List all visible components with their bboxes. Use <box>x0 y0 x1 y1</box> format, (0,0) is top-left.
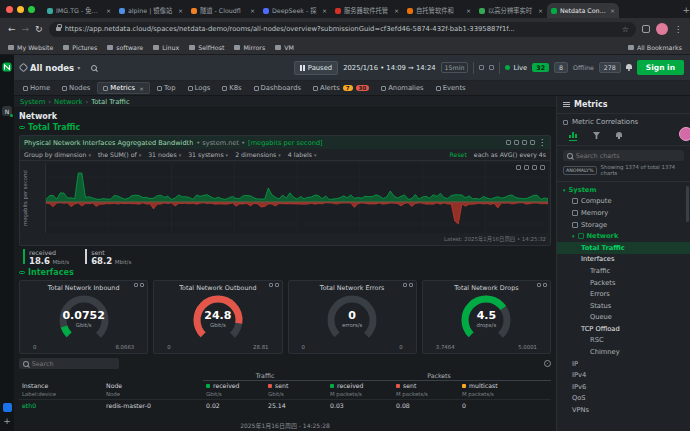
chart-plot[interactable] <box>45 163 548 233</box>
download-icon[interactable] <box>522 140 527 145</box>
offline-nodes-count[interactable]: 278 <box>599 62 621 73</box>
table-cell[interactable]: 0.02 <box>203 400 265 410</box>
zoom-in-icon[interactable] <box>532 165 537 170</box>
extensions-icon[interactable] <box>642 25 650 33</box>
browser-tab[interactable]: 以高分辨率实时 × <box>475 3 547 18</box>
bookmark-item[interactable]: Linux <box>153 44 179 51</box>
nav-tab[interactable]: Dashboards × <box>249 83 306 93</box>
anomaly-assistant-button[interactable] <box>679 127 690 141</box>
reset-link[interactable]: Reset <box>450 151 467 158</box>
info-icon[interactable] <box>409 283 413 287</box>
chart-control-dropdown[interactable]: 31 systems ▾ <box>188 151 228 158</box>
breadcrumb-item[interactable]: › System <box>20 98 45 106</box>
nav-tab[interactable]: Metrics × <box>97 82 150 94</box>
bookmark-item[interactable]: software <box>107 44 143 51</box>
tree-item[interactable]: ▾ Memory <box>557 207 690 219</box>
metric-correlations-button[interactable]: Metric Correlations <box>557 114 690 129</box>
url-text[interactable]: https://app.netdata.cloud/spaces/netdata… <box>65 25 618 33</box>
bookmark-item[interactable]: SelfHost <box>189 44 224 51</box>
sign-in-button[interactable]: Sign in <box>637 60 684 75</box>
tree-item[interactable]: ▾ QoS <box>557 393 690 405</box>
table-cell[interactable]: 0.08 <box>393 400 459 410</box>
browser-menu-icon[interactable]: ⋮ <box>674 25 682 34</box>
profile-avatar[interactable] <box>656 23 668 35</box>
breadcrumb-item[interactable]: › Network <box>48 98 82 106</box>
tab-close-icon[interactable]: × <box>610 7 615 14</box>
nav-tab[interactable]: K8s × <box>217 83 246 93</box>
menu-icon[interactable] <box>563 102 570 107</box>
tab-close-icon[interactable]: × <box>250 7 255 14</box>
nav-tab[interactable]: Logs × <box>183 83 216 93</box>
address-bar[interactable]: https://app.netdata.cloud/spaces/netdata… <box>49 22 636 37</box>
table-column-header[interactable]: received <box>327 381 393 390</box>
tab-close-icon[interactable]: × <box>394 7 399 14</box>
bookmark-star-icon[interactable]: ☆ <box>622 25 629 34</box>
table-cell[interactable]: eth0 <box>19 400 103 410</box>
notifications-bell-icon[interactable] <box>626 64 632 69</box>
browser-tab[interactable]: DeepSeek - 探 × <box>259 3 331 18</box>
tree-item[interactable]: ▾ TCP Offload <box>557 323 690 335</box>
breadcrumb-item[interactable]: › Total Traffic <box>85 98 129 106</box>
tab-close-icon[interactable]: × <box>139 85 144 92</box>
tree-item[interactable]: ▾ Queue <box>557 312 690 324</box>
alerts-bell-icon[interactable] <box>506 140 511 145</box>
table-cell[interactable]: 0 <box>459 400 551 410</box>
gauge-card[interactable]: Total Network Drops 4.5 drops/s 3.7464 5… <box>422 280 551 354</box>
browser-tab[interactable]: 隧道 - Cloudfl × <box>187 3 259 18</box>
legend-item[interactable]: received 18.6 Mbit/s <box>23 249 69 266</box>
room-selector[interactable]: All nodes ▾ <box>20 63 80 73</box>
alerts-bell-icon[interactable] <box>537 283 541 287</box>
tree-item[interactable]: ▾ Compute <box>557 196 690 208</box>
scrollbar-thumb[interactable] <box>686 186 689 222</box>
legend-item[interactable]: sent 68.2 Mbit/s <box>85 249 131 266</box>
tree-item[interactable]: ▾ Errors <box>557 288 690 300</box>
chart-control-dropdown[interactable]: each as AVG() every 4s ▾ <box>474 151 546 158</box>
back-icon[interactable]: ← <box>8 25 16 34</box>
tab-close-icon[interactable]: × <box>538 7 543 14</box>
nav-tab[interactable]: Home × <box>18 83 55 93</box>
table-column-header[interactable]: sent <box>393 381 459 390</box>
info-icon[interactable] <box>543 283 547 287</box>
browser-tab[interactable]: alpine | 镜像站 × <box>115 3 187 18</box>
minimize-window-button[interactable] <box>17 6 24 13</box>
table-search-input[interactable] <box>32 360 115 368</box>
gauge-card[interactable]: Total Network Inbound 0.0752 Gbit/s 0 8.… <box>19 280 148 354</box>
table-column-header[interactable]: sent <box>265 381 327 390</box>
browser-tab[interactable]: IMG.TG - 免费公 × <box>43 3 115 18</box>
new-tab-button[interactable]: + <box>682 5 690 15</box>
tab-filters[interactable] <box>593 132 600 141</box>
tab-close-icon[interactable]: × <box>466 7 471 14</box>
workspace-avatar[interactable]: N <box>2 106 12 116</box>
table-column-header[interactable]: received <box>203 381 265 390</box>
nav-tab[interactable]: Events × <box>431 83 471 93</box>
tree-item[interactable]: ▾ RSC <box>557 335 690 347</box>
bookmark-item[interactable]: My Website <box>8 44 53 51</box>
table-cell[interactable]: redis-master-0 <box>103 400 203 410</box>
gauge-card[interactable]: Total Network Errors 0 errors/s 0 0 <box>288 280 417 354</box>
table-column-header[interactable]: multicast <box>459 381 551 390</box>
tree-item[interactable]: ▾ Packets <box>557 277 690 289</box>
header-search-icon[interactable] <box>91 65 97 71</box>
tree-item[interactable]: ▾ Network <box>557 230 690 242</box>
chart-control-dropdown[interactable]: Group by dimension ▾ <box>24 151 91 158</box>
bookmark-item[interactable]: Pictures <box>63 44 97 51</box>
nav-tab[interactable]: Top × <box>152 83 180 93</box>
bookmark-item[interactable]: VM <box>275 44 294 51</box>
tab-close-icon[interactable]: × <box>106 7 111 14</box>
tab-alerts[interactable] <box>616 134 622 139</box>
expand-icon[interactable] <box>530 140 535 145</box>
charts-search-input[interactable] <box>576 152 680 160</box>
add-workspace-button[interactable]: + <box>3 417 11 426</box>
traffic-area-chart[interactable] <box>46 163 548 233</box>
lock-icon[interactable] <box>56 27 61 31</box>
tab-close-icon[interactable]: × <box>178 7 183 14</box>
tab-close-icon[interactable]: × <box>322 7 327 14</box>
table-column-header[interactable]: Instance <box>19 381 103 390</box>
zoom-window-button[interactable] <box>28 6 35 13</box>
live-nodes-count[interactable]: 32 <box>532 63 549 72</box>
tab-charts[interactable] <box>569 132 577 141</box>
alerts-bell-icon[interactable] <box>269 283 273 287</box>
tree-item[interactable]: ▾ System <box>557 184 690 196</box>
table-cell[interactable]: 0.03 <box>327 400 393 410</box>
tree-item[interactable]: ▾ IPv6 <box>557 381 690 393</box>
